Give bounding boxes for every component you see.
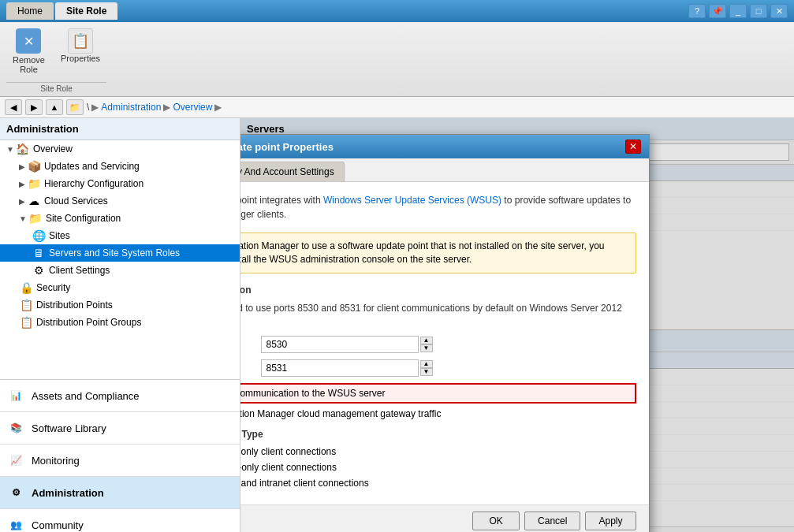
clientsettings-icon: ⚙ bbox=[32, 264, 46, 277]
sidebar-item-label: Hierarchy Configuration bbox=[44, 178, 144, 189]
breadcrumb: \ ▶ Administration ▶ Overview ▶ bbox=[87, 102, 222, 113]
back-button[interactable]: ◀ bbox=[5, 99, 22, 115]
dialog-overlay: 📋 Software update point Properties ✕ Gen… bbox=[240, 118, 794, 532]
remove-role-button[interactable]: ✕ Remove Role bbox=[6, 25, 51, 77]
monitoring-icon: 📈 bbox=[6, 451, 25, 470]
ssl-port-label: SSL Port Number: bbox=[240, 363, 261, 374]
radio-intranet-row: Allow intranet-only client connections bbox=[240, 446, 636, 457]
ssl-port-row: SSL Port Number: 8531 ▲ ▼ bbox=[240, 359, 636, 377]
intranet-label: Allow intranet-only client connections bbox=[240, 446, 336, 457]
sidebar-item-security[interactable]: 🔒 Security bbox=[0, 279, 240, 296]
nav-item-assets[interactable]: 📊 Assets and Compliance bbox=[0, 380, 240, 412]
dialog-footer: OK Cancel Apply bbox=[240, 504, 649, 532]
properties-icon: 📋 bbox=[68, 28, 93, 54]
dialog-content: A software update point integrates with … bbox=[240, 182, 649, 504]
ssl-port-spinner: ▲ ▼ bbox=[420, 360, 433, 376]
sidebar-item-servers[interactable]: 🖥 Servers and Site System Roles bbox=[0, 244, 240, 262]
community-icon: 👥 bbox=[6, 515, 25, 532]
ssl-port-up-button[interactable]: ▲ bbox=[420, 360, 433, 368]
sidebar-item-clientsettings[interactable]: ⚙ Client Settings bbox=[0, 262, 240, 279]
overview-icon: 🏠 bbox=[16, 143, 30, 155]
nav-item-community[interactable]: 👥 Community bbox=[0, 509, 240, 532]
client-connection-title: Client Connection Type bbox=[240, 429, 636, 440]
client-connection-section: Client Connection Type Allow intranet-on… bbox=[240, 429, 636, 489]
ribbon-group-siterole: ✕ Remove Role 📋 Properties Site Role bbox=[6, 25, 106, 93]
expand-arrow: ▶ bbox=[19, 197, 25, 206]
sidebar-item-updates[interactable]: ▶ 📦 Updates and Servicing bbox=[0, 158, 240, 175]
tab-siterole[interactable]: Site Role bbox=[55, 2, 117, 20]
forward-button[interactable]: ▶ bbox=[25, 99, 43, 115]
properties-dialog: 📋 Software update point Properties ✕ Gen… bbox=[240, 134, 650, 532]
hierarchy-icon: 📁 bbox=[27, 177, 41, 190]
port-row: Port Number: 8530 ▲ ▼ bbox=[240, 336, 636, 353]
nav-label: Software Library bbox=[32, 422, 106, 434]
nav-item-administration[interactable]: ⚙ Administration bbox=[0, 477, 240, 509]
nav-item-software[interactable]: 📚 Software Library bbox=[0, 412, 240, 445]
wsus-link[interactable]: Windows Server Update Services (WSUS) bbox=[323, 195, 501, 206]
sidebar-item-label: Updates and Servicing bbox=[44, 161, 140, 172]
sidebar-item-label: Security bbox=[36, 282, 70, 293]
sidebar-item-label: Overview bbox=[33, 143, 73, 154]
apply-button[interactable]: Apply bbox=[585, 512, 636, 530]
maximize-button[interactable]: □ bbox=[750, 4, 767, 18]
expand-arrow: ▼ bbox=[19, 214, 27, 223]
distpointgroups-icon: 📋 bbox=[19, 316, 33, 329]
servers-icon: 🖥 bbox=[32, 247, 46, 259]
sidebar-tree: ▼ 🏠 Overview ▶ 📦 Updates and Servicing ▶… bbox=[0, 140, 240, 379]
nav-label: Monitoring bbox=[32, 455, 80, 467]
dialog-tab-proxy[interactable]: Proxy And Account Settings bbox=[240, 162, 345, 181]
sidebar-item-label: Site Configuration bbox=[46, 213, 121, 224]
sidebar-nav: 📊 Assets and Compliance 📚 Software Libra… bbox=[0, 379, 240, 532]
pin-button[interactable]: 📌 bbox=[709, 4, 726, 18]
nav-label: Assets and Compliance bbox=[32, 390, 140, 402]
ok-button[interactable]: OK bbox=[472, 512, 520, 530]
sidebar-item-distpointgroups[interactable]: 📋 Distribution Point Groups bbox=[0, 314, 240, 331]
up-button[interactable]: ▲ bbox=[46, 99, 63, 115]
distpoints-icon: 📋 bbox=[19, 299, 33, 311]
tab-home[interactable]: Home bbox=[6, 2, 54, 20]
cancel-button[interactable]: Cancel bbox=[524, 512, 580, 530]
dialog-tabs: General Proxy And Account Settings bbox=[240, 158, 649, 182]
administration-icon: ⚙ bbox=[6, 483, 25, 502]
properties-button[interactable]: 📋 Properties bbox=[54, 25, 106, 77]
nav-item-monitoring[interactable]: 📈 Monitoring bbox=[0, 445, 240, 477]
port-up-button[interactable]: ▲ bbox=[420, 337, 433, 344]
dialog-titlebar: 📋 Software update point Properties ✕ bbox=[240, 135, 649, 158]
sidebar-item-hierarchy[interactable]: ▶ 📁 Hierarchy Configuration bbox=[0, 175, 240, 192]
allow-gateway-label: Allow Configuration Manager cloud manage… bbox=[240, 408, 441, 419]
sidebar-header: Administration bbox=[0, 118, 240, 140]
sidebar-item-label: Servers and Site System Roles bbox=[49, 247, 180, 259]
sidebar-item-distpoints[interactable]: 📋 Distribution Points bbox=[0, 296, 240, 314]
assets-icon: 📊 bbox=[6, 386, 25, 405]
dialog-close-button[interactable]: ✕ bbox=[625, 140, 641, 154]
ssl-port-input-group: 8531 ▲ ▼ bbox=[261, 359, 433, 377]
help-button[interactable]: ? bbox=[688, 4, 706, 18]
browse-button[interactable]: 📁 bbox=[66, 99, 84, 115]
minimize-button[interactable]: _ bbox=[729, 4, 747, 18]
ssl-port-input[interactable]: 8531 bbox=[261, 359, 419, 377]
radio-internet-row: Allow Internet-only client connections bbox=[240, 462, 636, 473]
ribbon: ✕ Remove Role 📋 Properties Site Role bbox=[0, 22, 794, 97]
software-icon: 📚 bbox=[6, 419, 25, 437]
sidebar-item-cloud[interactable]: ▶ ☁ Cloud Services bbox=[0, 192, 240, 210]
port-input[interactable]: 8530 bbox=[261, 336, 419, 353]
address-bar: ◀ ▶ ▲ 📁 \ ▶ Administration ▶ Overview ▶ bbox=[0, 97, 794, 118]
nav-label: Community bbox=[32, 519, 84, 531]
remove-role-icon: ✕ bbox=[16, 28, 41, 54]
port-down-button[interactable]: ▼ bbox=[420, 344, 433, 352]
sidebar-item-label: Client Settings bbox=[49, 265, 110, 276]
sidebar: Administration ▼ 🏠 Overview ▶ 📦 Updates … bbox=[0, 118, 240, 532]
sidebar-item-overview[interactable]: ▼ 🏠 Overview bbox=[0, 140, 240, 158]
dialog-info-text: A software update point integrates with … bbox=[240, 193, 636, 221]
window-controls: ? 📌 _ □ ✕ bbox=[688, 4, 788, 18]
sidebar-item-sites[interactable]: 🌐 Sites bbox=[0, 227, 240, 244]
radio-both-row: Allow Internet and intranet client conne… bbox=[240, 478, 636, 489]
sidebar-item-label: Distribution Points bbox=[36, 299, 113, 311]
sidebar-item-siteconfig[interactable]: ▼ 📁 Site Configuration bbox=[0, 210, 240, 227]
wsus-section-title: WSUS Configuration bbox=[240, 285, 636, 296]
security-icon: 🔒 bbox=[19, 281, 33, 294]
sidebar-item-label: Distribution Point Groups bbox=[36, 317, 141, 328]
ssl-port-down-button[interactable]: ▼ bbox=[420, 368, 433, 376]
main-layout: Administration ▼ 🏠 Overview ▶ 📦 Updates … bbox=[0, 118, 794, 532]
close-button[interactable]: ✕ bbox=[770, 4, 788, 18]
